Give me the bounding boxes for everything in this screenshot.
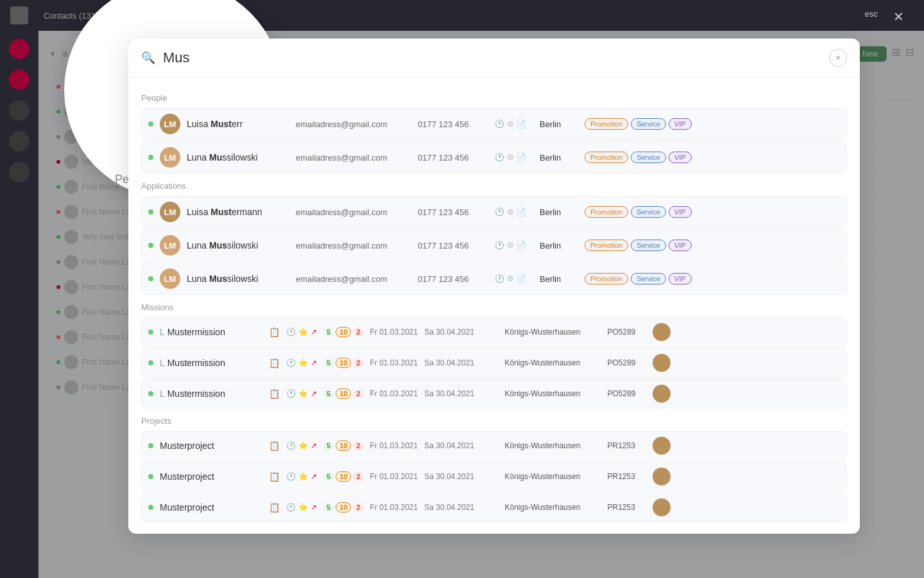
- status-dot: [148, 329, 153, 335]
- search-modal: 🔍 × People LM Luisa Musterr emailadress@…: [128, 39, 860, 534]
- person-tags-1: Promotion Service VIP: [585, 118, 692, 130]
- file-icon: 📄: [517, 241, 526, 250]
- tag-service: Service: [631, 273, 666, 285]
- mission-row-1[interactable]: L Mustermission 📋 🕐 ⭐ ↗ 5 10 2 Fr 01.03.…: [141, 317, 847, 347]
- results-container: People LM Luisa Musterr emailadress@gmai…: [128, 78, 860, 534]
- app-icons-2: 🕐 ⚙ 📄: [495, 241, 533, 250]
- clock-icon: 🕐: [495, 153, 504, 162]
- num-badge-orange: 10: [336, 441, 351, 451]
- project-row-3[interactable]: Musterproject 📋 🕐 ⭐ ↗ 5 10 2 Fr 01.03.20…: [141, 493, 847, 522]
- app-email-2: emailadress@gmail.com: [296, 241, 411, 250]
- num-badge-orange: 10: [336, 358, 351, 368]
- avatar-app-1: LM: [160, 202, 180, 222]
- project-code-1: PR1253: [608, 441, 646, 450]
- gear-icon: ⚙: [507, 207, 514, 216]
- person-email-2: emailadress@gmail.com: [296, 153, 411, 162]
- application-row-2[interactable]: LM Luna Mussilowski emailadress@gmail.co…: [141, 229, 847, 261]
- status-dot: [148, 121, 153, 127]
- tag-vip: VIP: [669, 273, 692, 285]
- status-dot: [148, 243, 153, 248]
- app-city-3: Berlin: [540, 274, 578, 284]
- mission-name-3: L Mustermission: [160, 389, 262, 399]
- mission-code-2: PO5289: [608, 358, 646, 367]
- num-badge-green: 5: [323, 472, 334, 481]
- app-name-3: Luna Mussilowski: [187, 274, 289, 284]
- project-avatar-2: [653, 468, 671, 486]
- app-email-3: emailadress@gmail.com: [296, 274, 411, 284]
- app-email-1: emailadress@gmail.com: [296, 207, 411, 217]
- num-badge-orange: 10: [336, 389, 351, 399]
- project-name-3: Musterproject: [160, 502, 262, 512]
- mission-avatar-1: [653, 323, 671, 341]
- section-header-missions: Missions: [141, 302, 847, 312]
- mission-clip-1: 📋: [269, 327, 280, 337]
- mission-avatar-2: [653, 354, 671, 372]
- app-icons-1: 🕐 ⚙ 📄: [495, 207, 533, 216]
- person-phone-2: 0177 123 456: [418, 153, 488, 162]
- file-icon: 📄: [517, 207, 526, 216]
- gear-icon: ⚙: [507, 241, 514, 250]
- project-location-3: Königs-Wusterhausen: [505, 503, 601, 512]
- mission-status-3: 🕐 ⭐ ↗: [286, 389, 317, 398]
- project-name-2: Musterproject: [160, 471, 262, 482]
- project-avatar-1: [653, 437, 671, 455]
- app-phone-3: 0177 123 456: [418, 274, 488, 284]
- project-dates-1: Fr 01.03.2021 Sa 30.04.2021: [370, 441, 499, 450]
- num-badge-orange: 10: [336, 471, 351, 482]
- tag-service: Service: [631, 152, 666, 163]
- project-status-3: 🕐 ⭐ ↗: [286, 503, 317, 512]
- person-phone-1: 0177 123 456: [418, 119, 488, 129]
- application-row-3[interactable]: LM Luna Mussilowski emailadress@gmail.co…: [141, 263, 847, 295]
- num-badge-orange: 10: [336, 327, 351, 337]
- app-icons-3: 🕐 ⚙ 📄: [495, 274, 533, 283]
- people-row-2[interactable]: LM Luna Mussilowski emailadress@gmail.co…: [141, 141, 847, 173]
- project-row-1[interactable]: Musterproject 📋 🕐 ⭐ ↗ 5 10 2 Fr 01.03.20…: [141, 431, 847, 460]
- mission-row-3[interactable]: L Mustermission 📋 🕐 ⭐ ↗ 5 10 2 Fr 01.03.…: [141, 379, 847, 408]
- person-tags-2: Promotion Service VIP: [585, 152, 692, 163]
- app-tags-1: Promotion Service VIP: [585, 206, 692, 218]
- avatar-app-3: LM: [160, 268, 180, 289]
- close-button[interactable]: ✕: [888, 6, 909, 27]
- tag-promotion: Promotion: [585, 206, 628, 218]
- project-row-2[interactable]: Musterproject 📋 🕐 ⭐ ↗ 5 10 2 Fr 01.03.20…: [141, 462, 847, 491]
- num-badge-green: 5: [323, 358, 334, 367]
- num-badge-green: 5: [323, 503, 334, 512]
- mission-name-2: L Mustermission: [160, 358, 262, 368]
- file-icon: 📄: [517, 153, 526, 162]
- file-icon: 📄: [517, 274, 526, 283]
- person-icons-1: 🕐 ⚙ 📄: [495, 119, 533, 128]
- tag-service: Service: [631, 118, 666, 130]
- search-input[interactable]: [163, 49, 821, 66]
- project-status-1: 🕐 ⭐ ↗: [286, 441, 317, 450]
- clock-icon: 🕐: [495, 274, 504, 283]
- esc-button[interactable]: esc: [865, 9, 878, 19]
- app-tags-3: Promotion Service VIP: [585, 273, 692, 285]
- project-dates-2: Fr 01.03.2021 Sa 30.04.2021: [370, 472, 499, 481]
- num-badge-orange: 10: [336, 502, 351, 512]
- mission-name-1: L Mustermission: [160, 327, 262, 337]
- num-badge-green: 5: [323, 328, 334, 337]
- app-name-2: Luna Mussilowski: [187, 240, 289, 250]
- search-icon: 🔍: [141, 51, 155, 65]
- mission-row-2[interactable]: L Mustermission 📋 🕐 ⭐ ↗ 5 10 2 Fr 01.03.…: [141, 348, 847, 378]
- tag-vip: VIP: [669, 240, 692, 251]
- status-dot: [148, 443, 153, 448]
- status-dot: [148, 505, 153, 510]
- search-clear-button[interactable]: ×: [829, 49, 847, 67]
- status-dot: [148, 155, 153, 160]
- tag-vip: VIP: [669, 118, 692, 130]
- project-avatar-3: [653, 498, 671, 516]
- mission-clip-2: 📋: [269, 358, 280, 368]
- num-badge-green: 5: [323, 441, 334, 450]
- app-city-1: Berlin: [540, 207, 578, 217]
- app-name-1: Luisa Mustermann: [187, 207, 289, 217]
- people-row-1[interactable]: LM Luisa Musterr emailadress@gmail.com 0…: [141, 108, 847, 140]
- application-row-1[interactable]: LM Luisa Mustermann emailadress@gmail.co…: [141, 196, 847, 228]
- app-phone-1: 0177 123 456: [418, 207, 488, 217]
- mission-clip-3: 📋: [269, 389, 280, 399]
- project-dates-3: Fr 01.03.2021 Sa 30.04.2021: [370, 503, 499, 512]
- mission-location-3: Königs-Wusterhausen: [505, 389, 601, 398]
- num-badge-red: 2: [353, 358, 363, 367]
- section-header-applications: Applications: [141, 181, 847, 191]
- mission-dates-2: Fr 01.03.2021 Sa 30.04.2021: [370, 358, 499, 367]
